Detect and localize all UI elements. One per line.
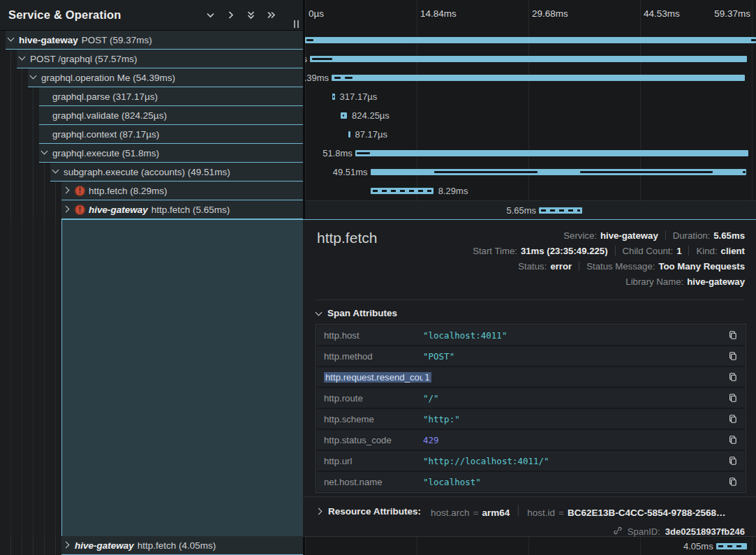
timeline-row[interactable]: 49.51ms — [305, 163, 756, 182]
span-duration-label: 824.25µs — [352, 106, 390, 125]
attribute-row[interactable]: http.status_code 429 — [317, 430, 745, 450]
span-duration-label: 4.05ms — [683, 537, 713, 555]
span-tree-row[interactable]: ! hive-gateway POST (59.37ms) — [0, 31, 303, 50]
expand-row-chevron-right-icon[interactable] — [225, 10, 236, 20]
span-service-name: hive-gateway — [75, 540, 134, 551]
span-label: http.fetch (4.05ms) — [138, 540, 216, 551]
copy-icon[interactable] — [721, 414, 745, 424]
span-tree-row[interactable]: ! POST /graphql (57.57ms) — [0, 50, 303, 68]
collapse-row-chevron-down-icon[interactable] — [205, 10, 216, 20]
span-service-name: hive-gateway — [89, 205, 148, 215]
timeline-row[interactable]: 4.05ms — [305, 537, 756, 555]
meta-label: Duration: — [673, 230, 711, 241]
span-duration-bar[interactable] — [341, 112, 347, 119]
span-duration-bar[interactable] — [371, 188, 433, 194]
expand-chevron-icon[interactable] — [40, 149, 49, 157]
panel-resize-handle[interactable] — [294, 20, 299, 28]
copy-icon[interactable] — [721, 330, 745, 340]
collapse-all-double-chevron-down-icon[interactable] — [246, 10, 256, 20]
child-span-mark — [343, 114, 345, 117]
attribute-row[interactable]: http.request.resend_count 1 — [317, 367, 745, 387]
expand-all-double-chevron-right-icon[interactable] — [266, 10, 276, 20]
span-label: http.fetch (8.29ms) — [89, 186, 168, 196]
expand-chevron-icon[interactable] — [63, 541, 71, 549]
attribute-row[interactable]: http.method "POST" — [317, 346, 745, 366]
span-tree-row[interactable]: ! hive-gateway http.fetch (4.05ms) — [0, 536, 303, 555]
attribute-row[interactable]: http.route "/" — [317, 388, 745, 408]
timeline-row[interactable]: 317.17µs — [305, 87, 756, 106]
attribute-row[interactable]: http.host "localhost:4011" — [317, 325, 745, 345]
indent-guides — [0, 182, 61, 200]
span-duration-label: 5.65ms — [506, 201, 536, 220]
attribute-row[interactable]: http.scheme "http:" — [317, 409, 745, 429]
meta-label: Library Name: — [625, 276, 683, 287]
span-tree-row[interactable]: ! graphql.operation Me (54.39ms) — [0, 68, 303, 87]
link-icon[interactable] — [613, 526, 623, 538]
expand-chevron-icon[interactable] — [63, 205, 71, 214]
timeline-row[interactable]: 5.65ms — [305, 200, 756, 219]
axis-tick-label: 29.68ms — [532, 8, 568, 19]
copy-icon[interactable] — [721, 456, 745, 466]
copy-icon[interactable] — [721, 435, 745, 445]
expand-chevron-icon[interactable] — [7, 36, 15, 44]
child-span-mark — [743, 171, 746, 173]
span-id-row: SpanID: 3de02518937fb246 — [613, 526, 745, 538]
span-duration-bar[interactable] — [716, 543, 747, 549]
span-tree-row[interactable]: ! graphql.parse (317.17µs) — [0, 87, 303, 106]
child-span-mark — [333, 96, 334, 98]
span-duration-bar[interactable] — [332, 75, 745, 81]
timeline-row[interactable]: 824.25µs — [305, 106, 756, 125]
span-label: subgraph.execute (accounts) (49.51ms) — [64, 167, 230, 177]
span-duration-bar[interactable] — [355, 150, 749, 156]
indent-guides — [0, 31, 6, 50]
meta-value: hive-gateway — [600, 230, 658, 241]
divider — [316, 299, 745, 300]
attribute-value: "/" — [423, 393, 721, 404]
child-span-mark — [580, 171, 713, 173]
span-duration-bar[interactable] — [310, 56, 747, 62]
timeline-row[interactable]: 54.39ms — [305, 68, 756, 87]
span-duration-bar[interactable] — [305, 37, 756, 43]
span-duration-label: 51.8ms — [323, 144, 353, 163]
span-duration-bar[interactable] — [371, 169, 747, 175]
attribute-row[interactable]: net.host.name "localhost" — [317, 472, 745, 491]
meta-value: 31ms (23:35:49.225) — [521, 246, 608, 256]
timeline-row[interactable]: 57.57ms — [305, 50, 756, 68]
copy-icon[interactable] — [721, 372, 745, 382]
span-duration-bar[interactable] — [348, 131, 350, 138]
copy-icon[interactable] — [721, 351, 745, 361]
indent-guides — [0, 144, 39, 163]
span-tree-row[interactable]: ! subgraph.execute (accounts) (49.51ms) — [0, 163, 303, 182]
timeline-row[interactable]: 87.17µs — [305, 125, 756, 144]
span-attributes-toggle[interactable]: Span Attributes — [316, 308, 397, 318]
copy-icon[interactable] — [721, 393, 745, 403]
span-duration-bar[interactable] — [539, 207, 581, 214]
attribute-row[interactable]: http.url "http://localhost:4011/" — [317, 451, 745, 471]
span-attributes-table: http.host "localhost:4011" http.method "… — [316, 324, 746, 493]
axis-tick-label: 59.37ms — [714, 8, 750, 19]
child-span-mark — [306, 39, 313, 41]
indent-guides — [0, 87, 39, 106]
expand-chevron-icon[interactable] — [18, 54, 27, 63]
timeline-row[interactable]: 51.8ms — [305, 144, 756, 163]
span-duration-bar[interactable] — [332, 94, 334, 100]
expand-chevron-icon[interactable] — [52, 168, 60, 176]
meta-separator — [688, 246, 689, 256]
span-tree-row[interactable]: ! http.fetch (8.29ms) — [0, 182, 303, 200]
expand-chevron-icon[interactable] — [29, 73, 38, 82]
span-tree-row[interactable]: ! graphql.execute (51.8ms) — [0, 144, 303, 163]
axis-tick-label: 14.84ms — [420, 8, 457, 19]
resource-attributes-row[interactable]: Resource Attributes: host.arch=arm64host… — [303, 496, 756, 526]
error-icon: ! — [75, 205, 85, 215]
timeline-row[interactable]: 8.29ms — [305, 182, 756, 200]
indent-guides — [0, 106, 39, 125]
indent-guides — [0, 50, 17, 68]
child-span-mark — [357, 152, 370, 154]
expand-chevron-icon[interactable] — [63, 186, 71, 195]
timeline-row[interactable]: 59.37ms — [305, 31, 756, 50]
span-tree-row[interactable]: ! hive-gateway http.fetch (5.65ms) — [0, 200, 303, 219]
span-tree-row[interactable]: ! graphql.validate (824.25µs) — [0, 106, 303, 125]
copy-icon[interactable] — [721, 477, 745, 487]
span-tree-row[interactable]: ! graphql.context (87.17µs) — [0, 125, 303, 144]
meta-separator — [615, 246, 616, 256]
